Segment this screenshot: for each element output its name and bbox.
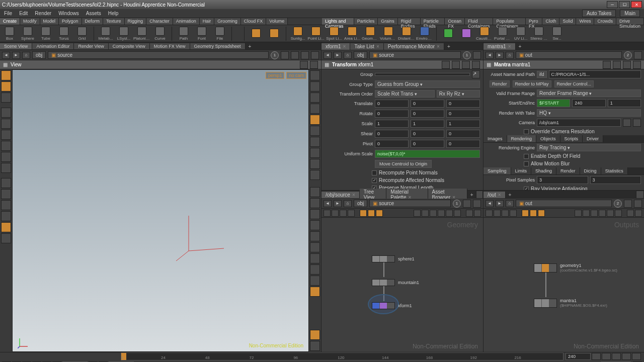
nav-fwd-button[interactable]: ► [496, 200, 504, 207]
ng-tool-icon[interactable] [502, 210, 509, 217]
path-obj[interactable]: obj [354, 51, 367, 59]
view-menu-icon[interactable]: ▦ [3, 62, 8, 67]
viewport-number[interactable]: 2 [624, 51, 632, 59]
nav-fwd-button[interactable]: ► [334, 52, 342, 59]
render-button[interactable]: Render [490, 80, 510, 87]
tool-box[interactable]: Box [2, 27, 17, 41]
pane-opt-icon[interactable] [476, 191, 483, 199]
group-picker-icon[interactable]: ↗ [472, 70, 480, 78]
nav-back-button[interactable]: ◄ [324, 200, 332, 207]
tool-icon[interactable] [310, 220, 320, 230]
ng-tool-icon[interactable] [575, 210, 582, 217]
tool-icon[interactable] [310, 330, 320, 340]
ng-tool-icon[interactable] [635, 210, 642, 217]
tool-lsystem[interactable]: LSyst... [116, 27, 131, 41]
add-tab-button[interactable]: + [246, 44, 255, 49]
rtab-driver[interactable]: Driver [583, 135, 603, 142]
node-name[interactable]: xform1 [358, 62, 374, 67]
rx-field[interactable]: 0 [375, 110, 409, 118]
shelf-tab[interactable]: Ocean FX [445, 18, 465, 25]
ng-tool-icon[interactable] [446, 210, 453, 217]
tool-arealight[interactable]: Area Li... [345, 27, 360, 41]
tl-opt-icon[interactable] [602, 353, 611, 360]
ng-tool-icon[interactable] [422, 210, 429, 217]
ng-tool-icon[interactable] [486, 210, 493, 217]
ng-search-icon[interactable] [627, 210, 634, 217]
viewport-number[interactable]: 1 [453, 200, 461, 208]
menu-help[interactable]: Help [108, 11, 119, 16]
rtab-scripts[interactable]: Scripts [560, 135, 583, 142]
gear-icon[interactable] [634, 200, 642, 208]
tab-geo-spreadsheet[interactable]: Geometry Spreadsheet [190, 43, 246, 49]
path-source[interactable]: ▣ source [369, 51, 461, 59]
nav-back-button[interactable]: ◄ [486, 52, 494, 59]
path-out[interactable]: ▣ out [516, 200, 612, 207]
viewport-number[interactable]: 2 [614, 200, 622, 208]
fstart-field[interactable]: $FSTART [537, 99, 570, 107]
ng-tool-icon[interactable] [430, 210, 437, 217]
dof-checkbox[interactable] [524, 154, 529, 159]
gear-icon[interactable] [473, 200, 481, 208]
tool-spotlight[interactable]: Spot Li... [327, 27, 342, 41]
shz-field[interactable]: 0 [446, 130, 480, 138]
shelf-tab[interactable]: Volume [266, 18, 288, 25]
viewport-tool-icon[interactable] [291, 51, 299, 59]
minimize-button[interactable]: ─ [607, 1, 618, 8]
nav-home-icon[interactable]: ⌂ [506, 52, 514, 59]
tool-icon[interactable] [310, 187, 320, 197]
tool-icon[interactable] [310, 231, 320, 241]
shelf-tab[interactable]: Character [146, 18, 173, 25]
shelf-tab[interactable]: Polygon [59, 18, 82, 25]
tool-icon[interactable] [1, 211, 11, 221]
tool-torus[interactable]: Torus [56, 27, 71, 41]
tl-opt-icon[interactable] [622, 353, 631, 360]
tool-icon[interactable] [310, 115, 320, 125]
nav-home-icon[interactable]: ⌂ [506, 200, 514, 207]
recomp-affected-checkbox[interactable]: ✓ [372, 178, 377, 183]
tool-icon[interactable] [1, 141, 11, 151]
shelf-tab[interactable]: Lights and Cameras [322, 18, 354, 25]
close-button[interactable]: ✕ [631, 1, 642, 8]
tool-file[interactable]: File [212, 27, 227, 41]
ng-tool-icon[interactable] [599, 210, 606, 217]
tab-motionfx-view[interactable]: Motion FX View [150, 43, 190, 49]
tool-icon[interactable] [310, 81, 320, 92]
shx-field[interactable]: 0 [375, 130, 409, 138]
tool-geolight[interactable]: Geometry L... [363, 27, 378, 41]
shelf-tab[interactable]: Create [0, 18, 20, 25]
viewport-number[interactable]: 1 [271, 51, 279, 59]
tl-opt-icon[interactable] [632, 353, 641, 360]
tool-icon[interactable] [310, 209, 320, 219]
recomp-point-checkbox[interactable] [372, 170, 377, 175]
framerange-select[interactable]: Render Frame Range ▾ [537, 89, 641, 97]
render-mplay-button[interactable]: Render to MPlay [513, 80, 551, 87]
ng-tool-icon[interactable] [324, 210, 331, 217]
tool-platonic[interactable]: Platonic Sol... [134, 27, 149, 41]
rtab-shading[interactable]: Shading [531, 167, 556, 174]
pin-icon[interactable] [463, 200, 471, 208]
node-name[interactable]: mantra1 [512, 62, 531, 67]
pane-opt-icon[interactable] [636, 191, 644, 199]
settings-icon[interactable] [634, 51, 642, 59]
camera-picker-icon[interactable] [623, 119, 631, 127]
tool-icon[interactable] [310, 126, 320, 136]
tool-icon[interactable] [310, 276, 320, 286]
rotorder-select[interactable]: Rx Ry Rz ▾ [437, 90, 480, 98]
tool-causticlight[interactable]: Caustic Li... [477, 27, 492, 41]
grouptype-select[interactable]: Guess from Group ▾ [375, 80, 480, 88]
tool-icon[interactable] [310, 93, 320, 103]
path-source[interactable]: ▣ source [369, 200, 451, 207]
tool-path[interactable]: Path [176, 27, 191, 41]
py-field[interactable]: 0 [411, 140, 444, 148]
viewport-opt-icon[interactable] [300, 61, 308, 69]
ng-tool-icon[interactable] [522, 210, 529, 217]
pixsamples-x-field[interactable]: 3 [537, 176, 588, 184]
ng-tool-icon[interactable] [360, 210, 367, 217]
viewport-tool-icon[interactable] [301, 51, 309, 59]
tab-perf-monitor[interactable]: Performance Monitor× [384, 43, 444, 50]
maximize-button[interactable]: ☐ [619, 1, 630, 8]
ng-tool-icon[interactable] [454, 210, 461, 217]
shelf-tab[interactable]: Fluid Containers [465, 18, 494, 25]
nav-fwd-button[interactable]: ► [334, 200, 342, 207]
ng-tool-icon[interactable] [583, 210, 590, 217]
